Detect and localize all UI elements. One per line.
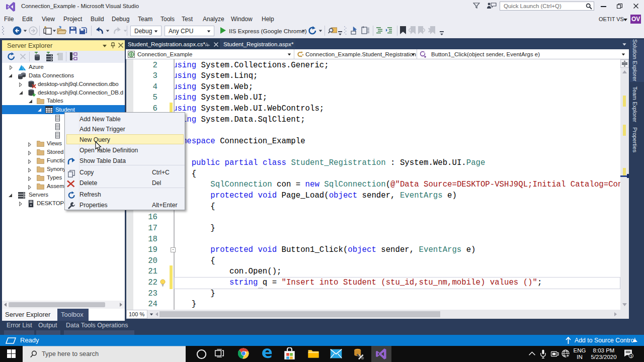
svg-text:3: 3 xyxy=(630,354,632,358)
